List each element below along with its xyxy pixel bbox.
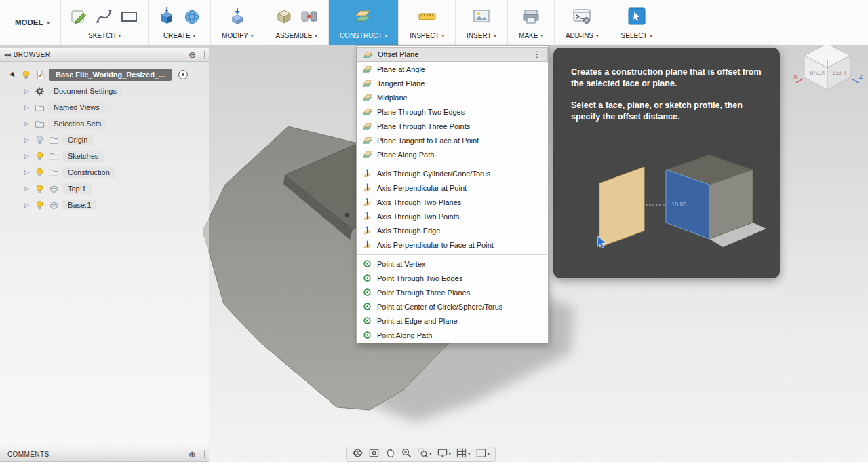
menu-item-plane-through-two-edges[interactable]: Plane Through Two Edges [357,105,548,119]
panel-handle[interactable] [201,51,205,59]
toolbar-group-label[interactable]: ADD-INS▾ [561,30,603,42]
menu-item-point-through-three-planes[interactable]: Point Through Three Planes [357,285,548,299]
toolbar-group-label[interactable]: SKETCH▾ [84,30,125,42]
browser-item-label[interactable]: Construction [62,167,115,178]
zoom-window-button[interactable]: ▾ [415,447,434,461]
menu-item-point-at-edge-and-plane[interactable]: Point at Edge and Plane [357,314,548,328]
browser-item-top-1[interactable]: ▷Top:1 [0,181,209,197]
menu-item-axis-through-two-points[interactable]: Axis Through Two Points [357,209,548,223]
toolbar-grip[interactable] [0,0,8,45]
browser-item-label[interactable]: Base:1 [62,200,96,210]
browser-item-label[interactable]: Origin [62,134,93,145]
menu-item-axis-through-cylinder-cone-torus[interactable]: Axis Through Cylinder/Cone/Torus [357,166,548,181]
expand-arrow-icon[interactable]: ▷ [23,202,31,208]
display-settings-button[interactable]: ▾ [435,447,454,461]
browser-root-label[interactable]: Base File_Working_Resized_... [49,69,172,81]
pan-button[interactable] [382,447,398,461]
toolbar-group-make[interactable]: MAKE▾ [507,0,554,45]
expand-arrow-icon[interactable]: ▷ [23,185,31,192]
sketch-icon[interactable] [68,4,91,29]
toolbar-group-add-ins[interactable]: ADD-INS▾ [554,0,610,45]
scripts-addins-icon[interactable] [570,4,593,29]
menu-item-midplane[interactable]: Midplane [357,90,548,105]
browser-item-label[interactable]: Document Settings [48,86,122,96]
grid-and-snaps-button[interactable]: ▾ [454,447,473,461]
menu-item-plane-through-three-points[interactable]: Plane Through Three Points [357,119,548,133]
visibility-bulb-icon[interactable] [34,184,45,194]
spline-icon[interactable] [93,4,116,29]
zoom-button[interactable] [399,447,414,461]
browser-header[interactable]: ◀◀ BROWSER ⊖ [0,48,209,62]
expand-arrow-icon[interactable]: ▷ [23,88,31,94]
toolbar-group-label[interactable]: ASSEMBLE▾ [271,30,321,42]
menu-item-point-through-two-edges[interactable]: Point Through Two Edges [357,271,548,285]
browser-item-label[interactable]: Selection Sets [48,118,106,129]
new-component-icon[interactable] [273,4,296,29]
browser-item-origin[interactable]: ▷Origin [0,132,209,148]
toolbar-group-label[interactable]: CONSTRUCT▾ [336,30,391,42]
menu-item-plane-at-angle[interactable]: Plane at Angle [357,62,548,76]
browser-root-item[interactable]: ▶ Base File_Working_Resized_... [0,67,209,83]
expand-arrow-icon[interactable]: ▶ [8,70,18,80]
collapse-panel-icon[interactable]: ◀◀ [4,52,10,58]
look-at-button[interactable] [366,447,382,461]
browser-item-base-1[interactable]: ▷Base:1 [0,197,209,213]
visibility-bulb-icon[interactable] [34,135,45,145]
insert-image-icon[interactable] [470,4,493,29]
rectangle-icon[interactable] [118,4,141,29]
menu-item-axis-through-two-planes[interactable]: Axis Through Two Planes [357,195,548,209]
menu-item-plane-along-path[interactable]: Plane Along Path [357,147,548,162]
extrude-icon[interactable] [155,4,178,29]
select-icon[interactable] [625,4,648,29]
toolbar-group-create[interactable]: CREATE▾ [148,0,210,45]
viewports-button[interactable]: ▾ [473,447,492,461]
expand-arrow-icon[interactable]: ▷ [23,169,31,176]
toolbar-group-label[interactable]: MODIFY▾ [218,30,257,42]
toolbar-group-label[interactable]: MAKE▾ [515,30,547,42]
expand-arrow-icon[interactable]: ▷ [23,153,31,160]
menu-item-tangent-plane[interactable]: Tangent Plane [357,76,548,90]
panel-handle[interactable] [201,450,205,458]
toolbar-group-sketch[interactable]: SKETCH▾ [60,0,148,45]
menu-item-plane-tangent-to-face-at-point[interactable]: Plane Tangent to Face at Point [357,133,548,147]
comments-header[interactable]: COMMENTS ⊕ [0,447,209,462]
visibility-bulb-icon[interactable] [34,168,45,178]
joint-icon[interactable] [298,4,321,29]
browser-item-document-settings[interactable]: ▷Document Settings [0,83,209,99]
visibility-bulb-icon[interactable] [34,151,45,162]
browser-item-label[interactable]: Sketches [62,151,104,162]
expand-circle-icon[interactable]: ⊕ [189,450,196,459]
visibility-bulb-icon[interactable] [20,70,31,80]
toolbar-group-label[interactable]: INSPECT▾ [406,30,448,42]
menu-item-point-at-vertex[interactable]: Point at Vertex [357,257,548,271]
toolbar-group-modify[interactable]: MODIFY▾ [210,0,264,45]
menu-item-axis-perpendicular-at-point[interactable]: Axis Perpendicular at Point [357,181,548,195]
print-3d-icon[interactable] [519,4,542,29]
toolbar-group-assemble[interactable]: ASSEMBLE▾ [264,0,328,45]
toolbar-group-select[interactable]: SELECT▾ [610,0,663,45]
collapse-circle-icon[interactable]: ⊖ [189,50,196,59]
expand-arrow-icon[interactable]: ▷ [23,136,31,143]
browser-item-selection-sets[interactable]: ▷Selection Sets [0,115,209,132]
browser-item-label[interactable]: Named Views [48,102,105,113]
workspace-switcher[interactable]: MODEL ▾ [8,0,60,45]
toolbar-group-inspect[interactable]: INSPECT▾ [398,0,455,45]
browser-item-sketches[interactable]: ▷Sketches [0,148,209,164]
toolbar-group-label[interactable]: CREATE▾ [159,30,199,42]
menu-item-axis-through-edge[interactable]: Axis Through Edge [357,223,548,238]
visibility-bulb-icon[interactable] [34,200,45,210]
sphere-icon[interactable] [180,4,203,29]
orbit-button[interactable] [350,447,366,461]
menu-item-point-along-path[interactable]: Point Along Path [357,328,548,342]
browser-item-label[interactable]: Top:1 [62,183,92,194]
activate-component-radio[interactable] [178,69,189,80]
toolbar-group-insert[interactable]: INSERT▾ [455,0,507,45]
menu-item-axis-perpendicular-to-face-at-point[interactable]: Axis Perpendicular to Face at Point [357,238,548,252]
menu-item-offset-plane[interactable]: Offset Plane⋮ [357,47,548,62]
toolbar-group-construct[interactable]: CONSTRUCT▾ [328,0,398,45]
expand-arrow-icon[interactable]: ▷ [23,120,31,127]
toolbar-group-label[interactable]: SELECT▾ [617,30,656,42]
toolbar-group-label[interactable]: INSERT▾ [462,30,500,42]
construction-plane-icon[interactable] [352,4,375,29]
press-pull-icon[interactable] [226,4,249,29]
